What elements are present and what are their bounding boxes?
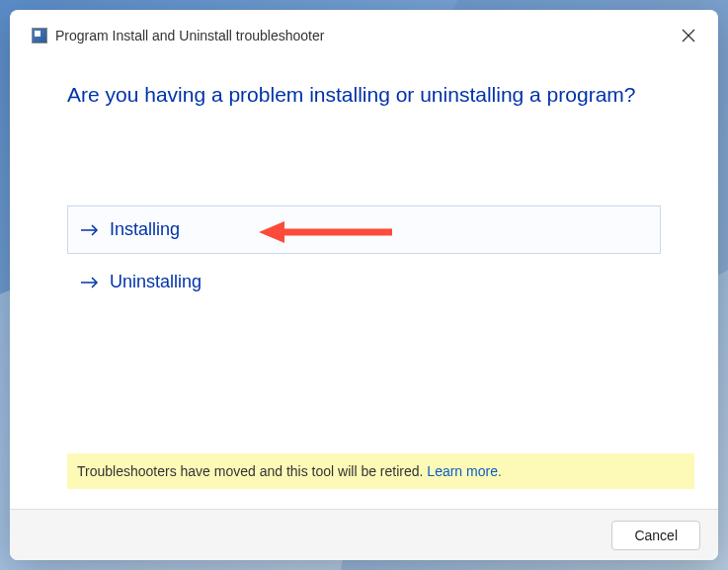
window-title: Program Install and Uninstall troublesho…	[55, 28, 324, 43]
troubleshooter-icon	[32, 28, 47, 43]
info-banner: Troubleshooters have moved and this tool…	[67, 453, 694, 489]
window-footer: Cancel	[10, 509, 718, 560]
option-installing-label: Installing	[110, 219, 180, 240]
arrow-right-icon	[80, 222, 100, 238]
option-uninstalling-label: Uninstalling	[110, 272, 202, 292]
cancel-button[interactable]: Cancel	[611, 521, 700, 550]
close-button[interactable]	[675, 22, 702, 49]
banner-text: Troubleshooters have moved and this tool…	[77, 463, 427, 479]
window-header: Program Install and Uninstall troublesho…	[10, 10, 718, 53]
arrow-right-icon	[80, 275, 100, 290]
option-installing[interactable]: Installing	[67, 205, 661, 254]
page-heading: Are you having a problem installing or u…	[10, 53, 718, 117]
option-uninstalling[interactable]: Uninstalling	[67, 258, 661, 306]
troubleshooter-window: Program Install and Uninstall troublesho…	[10, 10, 718, 560]
options-area: Installing Uninstalling	[10, 117, 718, 310]
learn-more-link[interactable]: Learn more.	[427, 463, 501, 479]
close-icon	[682, 29, 695, 42]
